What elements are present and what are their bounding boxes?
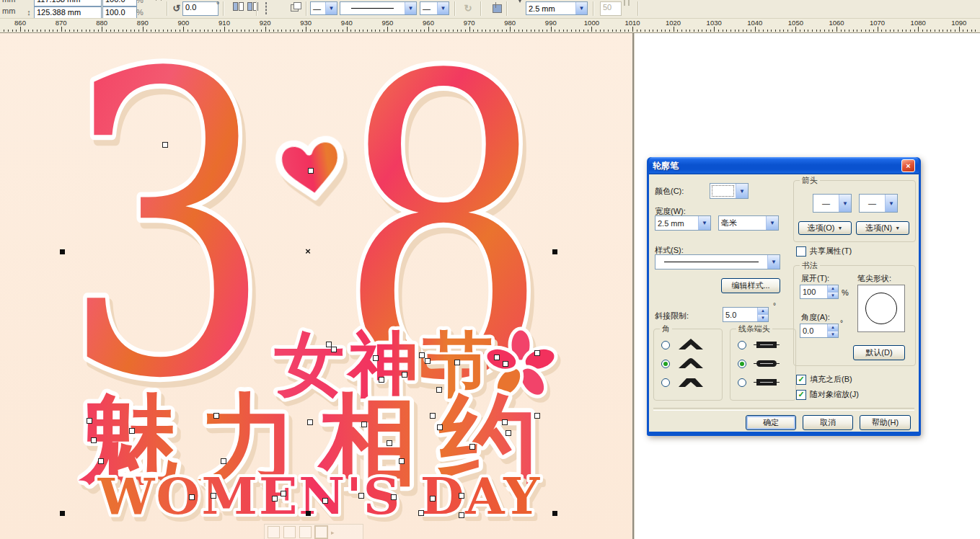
scale-v-field[interactable]: 100.0 [102, 6, 137, 19]
edit-node[interactable] [322, 498, 328, 504]
line-end-arrow-combo[interactable]: —▼ [420, 1, 449, 15]
ghost-icon-1[interactable] [268, 526, 280, 538]
edit-node[interactable] [419, 352, 425, 358]
edit-node[interactable] [502, 419, 508, 425]
edit-node[interactable] [503, 361, 508, 367]
ghost-icon-2[interactable] [283, 526, 296, 538]
edit-node[interactable] [391, 494, 397, 500]
width-combo[interactable]: 2.5 mm▼ [655, 215, 711, 231]
share-attributes-checkbox[interactable]: ✓ 共享属性(T) [796, 246, 852, 257]
width-unit-combo[interactable]: 毫米▼ [718, 215, 779, 231]
ruler-tick [902, 30, 903, 32]
edit-node[interactable] [87, 418, 92, 424]
selection-handle[interactable] [306, 511, 311, 516]
edit-node[interactable] [98, 458, 104, 464]
edit-node[interactable] [469, 444, 475, 450]
edit-node[interactable] [402, 372, 407, 378]
color-picker[interactable]: ▼ [710, 183, 749, 199]
mirror-vertical-icon[interactable] [241, 2, 254, 15]
object-width-field[interactable]: 117.158 mm [34, 0, 102, 6]
edit-node[interactable] [331, 347, 337, 352]
arrow-start-combo[interactable]: —▼ [813, 194, 852, 213]
edit-node[interactable] [387, 440, 392, 446]
angle-spinner[interactable]: 0.0 ▲▼ [800, 324, 839, 338]
order-objects-icon[interactable] [284, 2, 297, 15]
wireframe-icon[interactable] [260, 2, 273, 15]
scale-with-object-checkbox[interactable]: ✓ 随对象缩放(J) [796, 389, 859, 400]
edit-node[interactable] [425, 358, 431, 364]
edit-node[interactable] [281, 491, 286, 496]
rotation-field[interactable]: 0.0 [182, 1, 218, 16]
edit-node[interactable] [361, 422, 367, 427]
cap-square-radio[interactable] [738, 378, 746, 387]
edit-node[interactable] [189, 494, 195, 500]
nib-shape-preview[interactable] [857, 285, 905, 332]
ruler-label: 890 [137, 19, 149, 27]
edit-node[interactable] [430, 413, 436, 419]
edit-node[interactable] [91, 437, 97, 443]
cap-butt-radio[interactable] [738, 341, 746, 349]
edit-node[interactable] [459, 512, 464, 518]
object-height-field[interactable]: 125.388 mm [34, 6, 102, 19]
edit-node[interactable] [534, 350, 540, 356]
text-wrap-icon[interactable] [486, 2, 499, 15]
dialog-titlebar[interactable]: 轮廓笔 × [649, 157, 919, 174]
selection-center-mark[interactable]: × [304, 247, 312, 256]
edit-node[interactable] [459, 493, 464, 499]
corner-miter-radio[interactable] [661, 341, 670, 349]
arrow-end-combo[interactable]: —▼ [859, 194, 898, 213]
selection-handle[interactable] [60, 511, 65, 516]
ghost-icon-4[interactable] [315, 526, 327, 538]
options-n-button[interactable]: 选项(N)▼ [856, 221, 909, 235]
edit-style-button[interactable]: 编辑样式... [721, 278, 780, 293]
corner-bevel-radio[interactable] [661, 378, 670, 387]
edit-node[interactable] [506, 430, 511, 436]
edit-node[interactable] [358, 493, 364, 499]
behind-fill-checkbox[interactable]: ✓ 填充之后(B) [796, 374, 852, 385]
lock-ratio-icon[interactable] [149, 0, 162, 13]
edit-node[interactable] [307, 419, 313, 425]
cap-round-radio[interactable] [738, 360, 746, 368]
edit-node[interactable] [211, 493, 216, 499]
edit-node[interactable] [399, 458, 405, 464]
cancel-button[interactable]: 取消 [803, 415, 853, 430]
edit-node[interactable] [436, 387, 442, 393]
corner-round-radio[interactable] [661, 360, 670, 368]
edit-node[interactable] [221, 458, 226, 464]
edit-node[interactable] [418, 510, 424, 516]
horizontal-ruler[interactable]: 8608708808909009109209309409509609709809… [0, 18, 980, 33]
selection-handle[interactable] [552, 249, 557, 254]
ghost-icon-3[interactable] [299, 526, 312, 538]
stretch-spinner[interactable]: 100 ▲▼ [800, 285, 839, 299]
selection-handle[interactable] [552, 511, 557, 516]
ghost-expand-icon[interactable]: ▸ [331, 529, 335, 536]
womens-day-artwork[interactable]: 3 8 女神节 魅力相约 WOMEN'S DAY [40, 32, 573, 539]
options-o-button[interactable]: 选项(O)▼ [798, 221, 852, 235]
default-button[interactable]: 默认(D) [853, 345, 905, 360]
english-title-text[interactable]: WOMEN'S DAY [97, 466, 541, 526]
ok-button[interactable]: 确定 [746, 415, 796, 430]
edit-node[interactable] [494, 355, 500, 360]
edit-node[interactable] [162, 142, 168, 148]
miter-spinner[interactable]: 5.0 ▲▼ [723, 307, 769, 322]
mirror-horizontal-icon[interactable] [226, 2, 239, 15]
edit-node[interactable] [272, 496, 278, 502]
edit-node[interactable] [430, 496, 436, 502]
edit-node[interactable] [373, 355, 379, 361]
line-style-combo[interactable]: ▼ [340, 1, 417, 15]
line-start-arrow-combo[interactable]: —▼ [310, 1, 337, 15]
selection-handle[interactable] [60, 249, 65, 254]
close-icon[interactable]: × [901, 159, 915, 172]
edit-node[interactable] [129, 428, 135, 434]
scale-h-field[interactable]: 100.0 [102, 0, 137, 6]
edit-node[interactable] [534, 413, 540, 419]
edit-node[interactable] [454, 360, 460, 365]
edit-node[interactable] [213, 413, 219, 419]
style-combo[interactable]: ▼ [655, 254, 780, 270]
edit-node[interactable] [379, 377, 384, 383]
edit-node[interactable] [437, 424, 443, 430]
outline-width-combo[interactable]: 2.5 mm▼ [526, 1, 588, 15]
edit-node[interactable] [308, 168, 314, 174]
help-button[interactable]: 帮助(H) [860, 415, 911, 430]
grid-dots-icon[interactable] [643, 2, 656, 15]
